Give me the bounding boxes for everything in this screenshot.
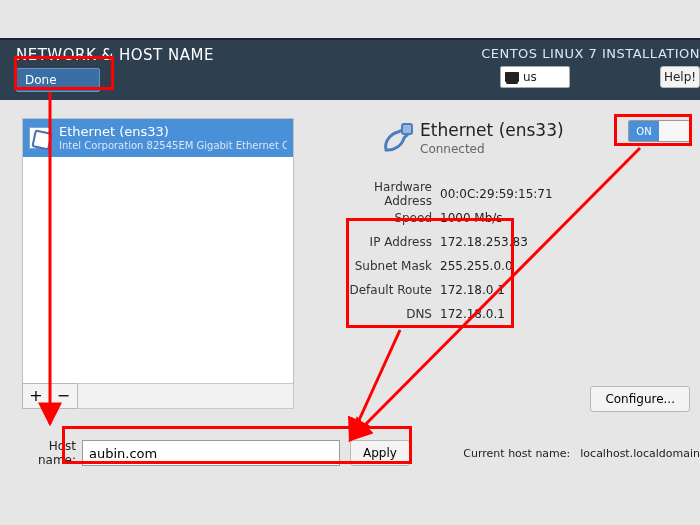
svg-rect-0 [402,124,412,134]
info-row-ip: IP Address 172.18.253.83 [340,230,640,254]
label-route: Default Route [340,283,440,297]
label-mask: Subnet Mask [340,259,440,273]
help-button[interactable]: Help! [660,66,700,88]
detail-connection-status: Connected [420,142,485,156]
value-hwaddr: 00:0C:29:59:15:71 [440,187,640,201]
info-row-route: Default Route 172.18.0.1 [340,278,640,302]
info-row-speed: Speed 1000 Mb/s [340,206,640,230]
interface-name: Ethernet (ens33) [59,125,287,139]
apply-hostname-button[interactable]: Apply [350,440,410,466]
installer-title: CENTOS LINUX 7 INSTALLATION [481,46,700,61]
add-interface-button[interactable]: + [22,383,50,409]
detail-interface-name: Ethernet (ens33) [420,120,564,140]
pm-filler [78,383,294,409]
toggle-on-label: ON [629,121,659,141]
current-hostname-label: Current host name: [463,447,570,460]
value-route: 172.18.0.1 [440,283,640,297]
interface-item-ens33[interactable]: Ethernet (ens33) Intel Corporation 82545… [23,119,293,157]
interface-description: Intel Corporation 82545EM Gigabit Ethern… [59,140,287,151]
remove-interface-button[interactable]: − [50,383,78,409]
ethernet-icon [29,127,51,149]
value-mask: 255.255.0.0 [440,259,640,273]
info-row-mask: Subnet Mask 255.255.0.0 [340,254,640,278]
current-hostname-value: localhost.localdomain [580,447,700,460]
configure-button[interactable]: Configure... [590,386,690,412]
keyboard-layout-indicator[interactable]: us [500,66,570,88]
label-hwaddr: Hardware Address [340,180,440,208]
interface-add-remove: + − [22,383,294,409]
interface-list[interactable]: Ethernet (ens33) Intel Corporation 82545… [22,118,294,384]
label-dns: DNS [340,307,440,321]
toggle-off-side [659,121,689,141]
value-speed: 1000 Mb/s [440,211,640,225]
keyboard-icon [505,72,519,82]
info-row-dns: DNS 172.18.0.1 [340,302,640,326]
hostname-input[interactable] [82,440,340,466]
info-row-hwaddr: Hardware Address 00:0C:29:59:15:71 [340,182,640,206]
topbar-strip [0,38,700,40]
network-hostname-screen: NETWORK & HOST NAME Done CENTOS LINUX 7 … [0,0,700,525]
page-title: NETWORK & HOST NAME [16,46,214,64]
keyboard-layout-text: us [523,70,537,84]
hostname-row: Host name: Apply Current host name: loca… [10,438,700,468]
content-area: Ethernet (ens33) Intel Corporation 82545… [0,100,700,525]
interface-item-texts: Ethernet (ens33) Intel Corporation 82545… [59,125,287,150]
interface-enable-toggle[interactable]: ON [628,120,690,142]
topbar: NETWORK & HOST NAME Done CENTOS LINUX 7 … [0,38,700,100]
hostname-label: Host name: [10,439,82,467]
value-dns: 172.18.0.1 [440,307,640,321]
ethernet-plug-icon [380,120,414,154]
label-speed: Speed [340,211,440,225]
done-button[interactable]: Done [16,68,100,92]
interface-info-table: Hardware Address 00:0C:29:59:15:71 Speed… [340,182,640,326]
label-ip: IP Address [340,235,440,249]
value-ip: 172.18.253.83 [440,235,640,249]
